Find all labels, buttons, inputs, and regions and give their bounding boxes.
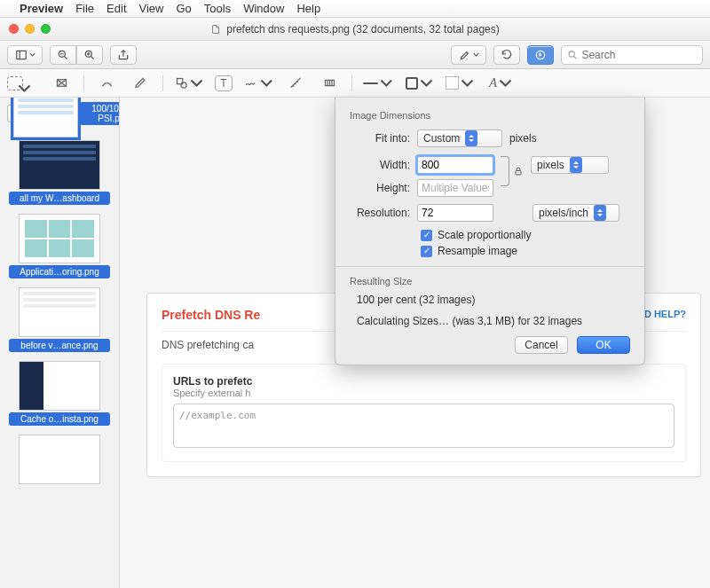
main-area: 100/100…- PSI.png all my W…ashboard Appl… — [0, 98, 710, 588]
menu-tools[interactable]: Tools — [204, 2, 231, 15]
fit-into-unit: pixels — [509, 132, 537, 145]
sign-button[interactable] — [243, 73, 273, 94]
adjust-color-button[interactable] — [284, 73, 307, 94]
resolution-label: Resolution: — [350, 207, 410, 219]
resample-label: Resample image — [438, 245, 517, 257]
thumbnail-label: Cache o…insta.png — [9, 412, 110, 426]
zoom-group — [50, 45, 103, 65]
zoom-in-button[interactable] — [76, 45, 103, 65]
svg-point-14 — [181, 82, 186, 88]
menu-help[interactable]: Help — [296, 2, 320, 15]
adjust-size-button[interactable] — [318, 73, 341, 94]
thumbnail-sidebar[interactable]: 100/100…- PSI.png all my W…ashboard Appl… — [0, 98, 120, 588]
shapes-button[interactable] — [174, 73, 204, 94]
scale-proportionally-checkbox[interactable]: Scale proportionally — [421, 229, 630, 241]
menu-file[interactable]: File — [75, 2, 94, 15]
window-title: prefetch dns requests.png (32 documents,… — [0, 23, 710, 35]
height-label: Height: — [350, 182, 410, 194]
canvas: NEED HELP? Prefetch DNS Re DNS prefetchi… — [120, 98, 710, 588]
ok-button[interactable]: OK — [577, 336, 630, 354]
scale-label: Scale proportionally — [438, 229, 531, 241]
resulting-size-label: Resulting Size — [350, 276, 630, 286]
menu-go[interactable]: Go — [176, 2, 191, 15]
resolution-input[interactable] — [417, 204, 493, 222]
search-icon — [567, 49, 578, 61]
width-input[interactable] — [417, 156, 493, 174]
thumbnail-label: all my W…ashboard — [9, 192, 110, 205]
doc-field-label: URLs to prefetc — [173, 375, 674, 388]
fit-into-value: Custom — [423, 132, 460, 145]
sketch-button[interactable] — [95, 73, 118, 94]
cancel-button[interactable]: Cancel — [515, 336, 568, 354]
thumbnail-item[interactable]: Applicati…oring.png — [7, 214, 112, 278]
dialog-section-label: Image Dimensions — [350, 110, 630, 121]
highlight-button[interactable] — [451, 45, 486, 65]
wh-unit-value: pixels — [537, 159, 564, 171]
document-icon — [210, 24, 221, 35]
window-titlebar: prefetch dns requests.png (32 documents,… — [0, 18, 710, 41]
system-menubar: Preview File Edit View Go Tools Window H… — [0, 0, 710, 18]
zoom-out-button[interactable] — [50, 45, 76, 65]
checkbox-checked-icon — [421, 246, 432, 257]
fit-into-label: Fit into: — [350, 132, 410, 145]
window-title-text: prefetch dns requests.png (32 documents,… — [226, 23, 500, 35]
selection-tool-button[interactable] — [7, 76, 23, 90]
svg-line-3 — [65, 56, 67, 59]
resolution-unit-value: pixels/inch — [539, 207, 588, 219]
search-field[interactable] — [561, 45, 703, 65]
result-size-text: Calculating Sizes… (was 3,1 MB) for 32 i… — [357, 315, 630, 327]
markup-toggle-button[interactable] — [527, 45, 554, 65]
resolution-unit-select[interactable]: pixels/inch — [532, 204, 619, 222]
menu-view[interactable]: View — [139, 2, 164, 15]
width-label: Width: — [350, 159, 410, 171]
checkbox-checked-icon — [421, 230, 432, 241]
lock-icon[interactable] — [513, 166, 524, 176]
markup-toolbar: T A — [0, 69, 710, 98]
thumbnail-item[interactable]: Cache o…insta.png — [7, 361, 112, 426]
search-input[interactable] — [581, 49, 697, 61]
fit-into-select[interactable]: Custom — [417, 129, 502, 147]
select-arrows-icon — [594, 205, 606, 221]
view-mode-group — [7, 45, 43, 65]
svg-rect-18 — [516, 171, 521, 176]
thumbnail-item[interactable]: 100/100…- PSI.png — [7, 105, 120, 122]
doc-textarea: //example.com — [173, 404, 674, 448]
height-input[interactable] — [417, 179, 493, 197]
menu-edit[interactable]: Edit — [106, 2, 126, 15]
share-button[interactable] — [110, 45, 137, 65]
menu-window[interactable]: Window — [243, 2, 284, 15]
preview-window: prefetch dns requests.png (32 documents,… — [0, 18, 710, 588]
svg-point-10 — [569, 51, 574, 56]
text-button[interactable]: T — [215, 75, 233, 91]
line-style-button[interactable] — [363, 73, 393, 94]
thumbnail-label: 100/100…- PSI.png — [80, 102, 120, 125]
resample-image-checkbox[interactable]: Resample image — [421, 245, 630, 257]
draw-button[interactable] — [129, 73, 152, 94]
select-arrows-icon — [465, 130, 477, 146]
sidebar-toggle-button[interactable] — [7, 45, 43, 65]
thumbnail-label: Applicati…oring.png — [9, 265, 110, 278]
thumbnail-label: before v…ance.png — [9, 339, 110, 352]
svg-line-6 — [91, 56, 94, 59]
select-arrows-icon — [570, 157, 582, 173]
adjust-size-dialog: Image Dimensions Fit into: Custom pixels… — [335, 98, 645, 365]
svg-rect-0 — [16, 51, 26, 59]
fill-color-button[interactable] — [445, 73, 475, 94]
thumbnail-item[interactable] — [7, 435, 112, 484]
svg-line-11 — [574, 56, 577, 59]
result-percent-text: 100 per cent (32 images) — [357, 294, 630, 306]
text-style-button[interactable]: A — [485, 73, 516, 94]
thumbnail-item[interactable]: all my W…ashboard — [7, 140, 112, 205]
app-menu[interactable]: Preview — [20, 2, 63, 15]
wh-unit-select[interactable]: pixels — [531, 156, 609, 174]
instant-alpha-button[interactable] — [50, 73, 73, 94]
thumbnail-item[interactable]: before v…ance.png — [7, 287, 112, 352]
doc-field-hint: Specify external h — [173, 388, 674, 398]
border-color-button[interactable] — [404, 73, 434, 94]
main-toolbar — [0, 41, 710, 69]
rotate-button[interactable] — [493, 45, 520, 65]
lock-aspect-group — [501, 156, 524, 186]
